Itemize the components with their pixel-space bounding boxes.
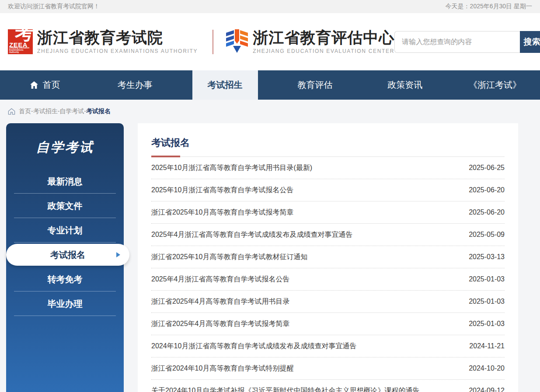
search-box: 搜索	[394, 31, 540, 53]
article-row: 浙江省2025年4月高等教育自学考试报考简章 2025-01-03	[151, 313, 505, 335]
sidebar-item-label: 毕业办理	[48, 298, 83, 310]
nav-link[interactable]: 首页	[14, 70, 75, 100]
article-date: 2025-01-03	[469, 320, 505, 328]
search-button[interactable]: 搜索	[520, 31, 540, 53]
article-date: 2024-09-12	[469, 387, 505, 392]
breadcrumb-link[interactable]: 考试招生-	[33, 108, 60, 115]
nav-link[interactable]: 《浙江考试》	[453, 70, 537, 100]
article-date: 2024-11-21	[469, 342, 505, 350]
main-panel: 考试报名 2025年10月浙江省高等教育自学考试用书目录(最新) 2025-06…	[138, 123, 518, 392]
sidebar-item-label: 政策文件	[48, 200, 83, 212]
article-date: 2025-03-13	[469, 253, 505, 261]
exams-authority-logo[interactable]: 考 ZEEA Zhejiang Education Examinations A…	[8, 29, 198, 54]
nav-label: 首页	[42, 79, 60, 91]
article-date: 2025-05-09	[469, 231, 505, 239]
arrow-right-icon	[116, 252, 120, 257]
sidebar-item[interactable]: 毕业办理	[6, 291, 124, 316]
sidebar-item[interactable]: 转考免考	[6, 267, 124, 291]
article-title-link[interactable]: 浙江省2025年4月高等教育自学考试报考简章	[151, 319, 290, 329]
nav-link[interactable]: 考试招生	[192, 70, 258, 100]
breadcrumb-link-label[interactable]: 首页	[19, 108, 31, 114]
article-row: 2025年10月浙江省高等教育自学考试报名公告 2025-06-20	[151, 179, 505, 201]
article-title-link[interactable]: 2025年10月浙江省高等教育自学考试报名公告	[151, 186, 293, 195]
zeea-small-text: Zhejiang Education Examinations Authorit…	[9, 47, 31, 53]
nav-item[interactable]: 首页	[0, 70, 90, 100]
sidebar-item-label: 最新消息	[48, 176, 83, 187]
nav-item[interactable]: 考生办事	[90, 70, 180, 100]
evaluation-center-title-cn: 浙江省教育评估中心	[253, 29, 394, 46]
article-row: 浙江省2024年10月高等教育自学考试特别提醒 2024-10-20	[151, 357, 505, 380]
title-underline-accent	[151, 156, 180, 157]
article-row: 浙江省2025年10月高等教育自学考试教材征订通知 2025-03-13	[151, 246, 505, 268]
article-row: 2025年10月浙江省高等教育自学考试用书目录(最新) 2025-06-25	[151, 157, 505, 179]
top-bar: 欢迎访问浙江省教育考试院官网！ 今天是：2025年6月30日 星期一	[0, 0, 540, 13]
nav-item[interactable]: 《浙江考试》	[450, 70, 540, 100]
search-input[interactable]	[394, 31, 520, 53]
nav-item[interactable]: 考试招生	[180, 70, 270, 100]
nav-label: 考生办事	[118, 79, 153, 91]
welcome-text: 欢迎访问浙江省教育考试院官网！	[8, 3, 100, 10]
article-title-link[interactable]: 2025年10月浙江省高等教育自学考试用书目录(最新)	[151, 163, 312, 173]
article-title-link[interactable]: 关于2024年10月自学考试补报《习近平新时代中国特色社会主义思想概论》课程的通…	[151, 386, 419, 392]
sidebar-title: 自学考试	[6, 139, 124, 156]
article-row: 关于2024年10月自学考试补报《习近平新时代中国特色社会主义思想概论》课程的通…	[151, 380, 505, 392]
breadcrumb-link-label[interactable]: 考试招生	[33, 108, 58, 114]
article-title-link[interactable]: 浙江省2025年10月高等教育自学考试报考简章	[151, 208, 293, 217]
article-date: 2025-06-20	[469, 208, 505, 216]
article-title-link[interactable]: 2025年4月浙江省高等教育自学考试成绩发布及成绩查对事宜通告	[151, 230, 353, 239]
article-date: 2025-06-25	[469, 164, 505, 172]
sidebar-item-label: 转考免考	[48, 274, 83, 285]
sidebar-item[interactable]: 最新消息	[6, 169, 124, 194]
breadcrumb-link-label[interactable]: 自学考试	[59, 108, 84, 114]
nav-label: 教育评估	[297, 79, 332, 91]
article-row: 2025年4月浙江省高等教育自学考试成绩发布及成绩查对事宜通告 2025-05-…	[151, 224, 505, 246]
site-title-en: ZHEJIANG EDUCATION EXAMINATIONS AUTHORIT…	[37, 48, 198, 54]
sidebar-item-label: 专业计划	[48, 225, 83, 236]
sidebar-item[interactable]: 政策文件	[6, 194, 124, 218]
nav-item[interactable]: 政策资讯	[360, 70, 450, 100]
article-list: 2025年10月浙江省高等教育自学考试用书目录(最新) 2025-06-25 2…	[151, 157, 505, 392]
breadcrumb-current: 考试报名	[86, 108, 111, 115]
nav-link[interactable]: 考生办事	[102, 70, 168, 100]
kao-character: 考	[15, 24, 33, 42]
article-title-link[interactable]: 浙江省2024年10月高等教育自学考试特别提醒	[151, 364, 293, 373]
article-title-link[interactable]: 2024年10月浙江省高等教育自学考试成绩发布及成绩查对事宜通告	[151, 342, 356, 351]
nav-link[interactable]: 教育评估	[282, 70, 348, 100]
sidebar: 自学考试 最新消息 政策文件 专业计划 考试报名	[6, 123, 124, 392]
evaluation-center-logo-icon	[226, 28, 248, 56]
home-icon	[30, 81, 38, 89]
article-row: 2025年4月浙江省高等教育自学考试报名公告 2025-01-03	[151, 268, 505, 291]
article-title-link[interactable]: 浙江省2025年4月高等教育自学考试用书目录	[151, 297, 290, 306]
article-row: 浙江省2025年4月高等教育自学考试用书目录 2025-01-03	[151, 291, 505, 313]
title-underline	[151, 156, 505, 157]
article-date: 2025-06-20	[469, 186, 505, 194]
content-area: 自学考试 最新消息 政策文件 专业计划 考试报名	[0, 123, 540, 392]
article-date: 2025-01-03	[469, 275, 505, 283]
site-header: 考 ZEEA Zhejiang Education Examinations A…	[0, 13, 540, 70]
evaluation-center-logo[interactable]: 浙江省教育评估中心 ZHEJIANG EDUCATION EVALUATION …	[226, 28, 394, 56]
nav-link[interactable]: 政策资讯	[372, 70, 438, 100]
breadcrumb: 首页- 考试招生- 自学考试- 考试报名	[0, 100, 540, 123]
article-title-link[interactable]: 2025年4月浙江省高等教育自学考试报名公告	[151, 275, 290, 284]
article-row: 2024年10月浙江省高等教育自学考试成绩发布及成绩查对事宜通告 2024-11…	[151, 335, 505, 357]
article-date: 2024-10-20	[469, 364, 505, 372]
main-nav: 首页 考生办事 考试招生 教育评估 政策资讯	[0, 70, 540, 100]
nav-label: 考试招生	[208, 79, 243, 91]
header-divider	[213, 30, 213, 54]
article-date: 2025-01-03	[469, 298, 505, 305]
evaluation-center-title-en: ZHEJIANG EDUCATION EVALUATION CENTER	[253, 48, 394, 54]
exams-authority-logo-icon: 考 ZEEA Zhejiang Education Examinations A…	[8, 29, 33, 54]
site-title-cn: 浙江省教育考试院	[37, 29, 198, 46]
page-title: 考试报名	[151, 136, 505, 149]
current-date-text: 今天是：2025年6月30日 星期一	[446, 3, 532, 10]
breadcrumb-link[interactable]: 首页-	[19, 108, 33, 115]
nav-label: 政策资讯	[387, 79, 422, 91]
sidebar-item[interactable]: 专业计划	[6, 218, 124, 243]
sidebar-item-label: 考试报名	[50, 249, 85, 261]
breadcrumb-home-icon[interactable]	[8, 108, 15, 115]
article-title-link[interactable]: 浙江省2025年10月高等教育自学考试教材征订通知	[151, 253, 307, 262]
sidebar-item[interactable]: 考试报名	[6, 244, 129, 266]
breadcrumb-link[interactable]: 自学考试-	[59, 108, 86, 115]
article-row: 浙江省2025年10月高等教育自学考试报考简章 2025-06-20	[151, 201, 505, 224]
nav-item[interactable]: 教育评估	[270, 70, 360, 100]
